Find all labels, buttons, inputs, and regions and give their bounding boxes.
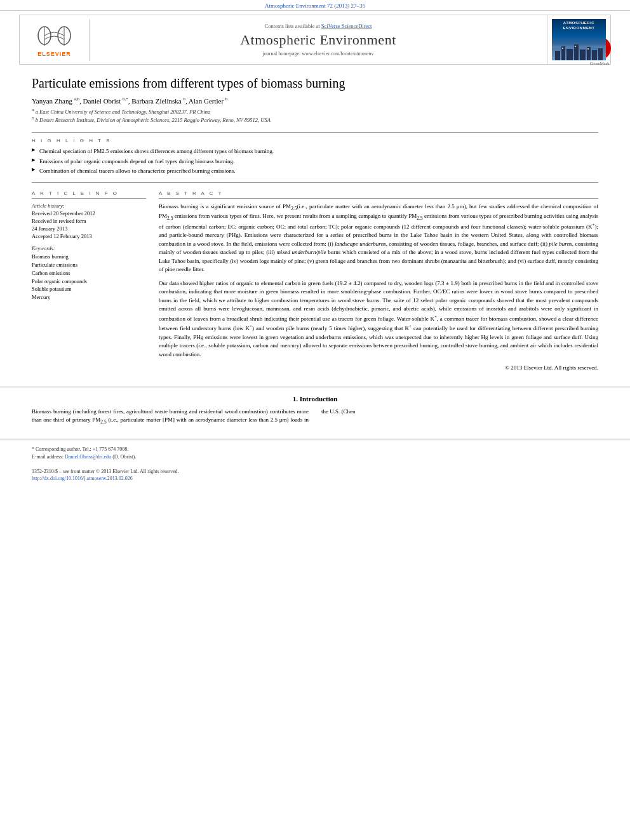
authors-line: Yanyan Zhang a,b, Daniel Obrist b,*, Bar… <box>32 97 598 105</box>
footer: * Corresponding author. Tel.: +1 775 674… <box>0 439 630 488</box>
corresponding-author-text: * Corresponding author. Tel.: +1 775 674… <box>32 446 128 452</box>
sciverse-link[interactable]: SciVerse ScienceDirect <box>321 23 372 29</box>
history-label: Article history: <box>32 203 146 209</box>
highlight-item-1: Chemical speciation of PM2.5 emissions s… <box>32 147 598 156</box>
keyword-1: Biomass burning <box>32 253 146 261</box>
email-link[interactable]: Daniel.Obrist@dri.edu <box>65 454 111 460</box>
journal-logo-right: ATMOSPHERICENVIRONMENT <box>547 15 610 64</box>
corresponding-author-note: * Corresponding author. Tel.: +1 775 674… <box>32 446 598 453</box>
intro-title-text: Introduction <box>300 395 338 403</box>
article-info-column: A R T I C L E I N F O Article history: R… <box>32 190 146 373</box>
journal-url: journal homepage: www.elsevier.com/locat… <box>95 51 542 57</box>
highlight-item-2: Emissions of polar organic compounds dep… <box>32 157 598 166</box>
keyword-6: Mercury <box>32 293 146 302</box>
accepted-date: Accepted 12 February 2013 <box>32 233 146 241</box>
issn-note: 1352-2310/$ – see front matter © 2013 El… <box>32 468 598 476</box>
highlight-item-3: Combination of chemical tracers allows t… <box>32 167 598 175</box>
svg-rect-8 <box>566 49 573 60</box>
affiliation-b: b b Desert Research Institute, Division … <box>32 116 598 124</box>
article-info-abstract-area: A R T I C L E I N F O Article history: R… <box>32 190 598 373</box>
revised-date: 24 January 2013 <box>32 225 146 233</box>
article-dates: Received 20 September 2012 Received in r… <box>32 210 146 241</box>
citation-bar: Atmospheric Environment 72 (2013) 27–35 <box>0 0 630 11</box>
author-gertler: Alan Gertler <box>189 97 225 105</box>
abstract-paragraph-1: Biomass burning is a significant emissio… <box>159 203 598 274</box>
keywords-label: Keywords: <box>32 245 146 251</box>
affiliations: a a East China University of Science and… <box>32 107 598 124</box>
journal-header-center: Contents lists available at SciVerse Sci… <box>90 18 547 62</box>
svg-rect-14 <box>562 48 563 49</box>
received-revised-label: Received in revised form <box>32 218 146 225</box>
affil-b-star: b,* <box>123 97 128 102</box>
keyword-2: Particulate emissions <box>32 261 146 269</box>
elsevier-logo-area: ELSEVIER <box>20 19 90 61</box>
city-skyline-icon <box>552 41 606 60</box>
author-yanyan: Yanyan Zhang <box>32 97 74 105</box>
email-label: E-mail address: <box>32 454 64 460</box>
intro-title: 1. Introduction <box>32 395 598 403</box>
article-title: Particulate emissions from different typ… <box>32 75 598 91</box>
keyword-5: Soluble potassium <box>32 285 146 293</box>
keyword-3: Carbon emissions <box>32 269 146 277</box>
atmospheric-environment-logo: ATMOSPHERICENVIRONMENT <box>552 19 606 60</box>
abstract-column: A B S T R A C T Biomass burning is a sig… <box>159 190 598 373</box>
keywords-list: Biomass burning Particulate emissions Ca… <box>32 253 146 302</box>
main-content: ✓ CrossMark Particulate emissions from d… <box>0 69 630 379</box>
highlights-section: H I G H L I G H T S Chemical speciation … <box>32 132 598 183</box>
citation-text: Atmospheric Environment 72 (2013) 27–35 <box>265 3 365 9</box>
logo-text: ATMOSPHERICENVIRONMENT <box>563 21 595 31</box>
abstract-paragraph-2: Our data showed higher ratios of organic… <box>159 279 598 359</box>
affil-b3: b <box>225 97 228 102</box>
svg-rect-12 <box>592 50 597 60</box>
svg-rect-13 <box>598 48 603 60</box>
section-divider <box>0 387 630 387</box>
svg-rect-16 <box>587 48 589 50</box>
abstract-header: A B S T R A C T <box>159 190 598 199</box>
intro-text: Biomass burning (including forest fires,… <box>32 408 598 426</box>
affiliation-a: a a East China University of Science and… <box>32 107 598 116</box>
introduction-section: 1. Introduction Biomass burning (includi… <box>0 395 630 426</box>
sciverse-line: Contents lists available at SciVerse Sci… <box>95 23 542 29</box>
intro-number: 1. <box>293 395 298 403</box>
abstract-text: Biomass burning is a significant emissio… <box>159 203 598 373</box>
journal-title: Atmospheric Environment <box>95 32 542 48</box>
svg-rect-15 <box>575 46 576 47</box>
received-date: Received 20 September 2012 <box>32 210 146 218</box>
sciverse-prefix: Contents lists available at <box>265 23 321 29</box>
elsevier-label: ELSEVIER <box>37 51 72 57</box>
copyright-line: © 2013 Elsevier Ltd. All rights reserved… <box>159 364 598 373</box>
email-note: E-mail address: Daniel.Obrist@dri.edu (D… <box>32 453 598 461</box>
doi-link[interactable]: http://dx.doi.org/10.1016/j.atmosenv.201… <box>32 476 598 481</box>
author-obrist: Daniel Obrist <box>83 97 123 105</box>
highlights-header: H I G H L I G H T S <box>32 138 598 143</box>
article-info-header: A R T I C L E I N F O <box>32 190 146 199</box>
affil-a: a,b <box>74 97 79 102</box>
email-suffix: (D. Obrist). <box>112 454 136 460</box>
journal-header: ELSEVIER Contents lists available at Sci… <box>19 15 611 65</box>
svg-rect-6 <box>555 51 560 60</box>
keyword-4: Polar organic compounds <box>32 277 146 286</box>
author-zielinska: Barbara Zielinska <box>131 97 183 105</box>
svg-rect-10 <box>580 50 586 60</box>
elsevier-logo: ELSEVIER <box>37 23 72 57</box>
elsevier-tree-icon <box>37 23 72 50</box>
